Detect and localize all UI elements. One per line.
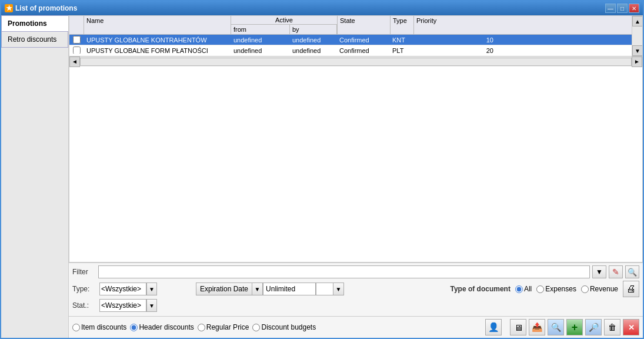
scroll-down-button[interactable]: ▼ — [632, 45, 642, 56]
stat-select-wrapper: <Wszystkie> ▼ — [99, 299, 157, 312]
expenses-radio-label[interactable]: Expenses — [536, 285, 576, 293]
doc-type-label: Type of document — [450, 285, 510, 293]
row1-priority: 10 — [413, 35, 496, 45]
document-type-area: Type of document All Expenses Revenue — [450, 281, 639, 297]
table-row[interactable]: UPUSTY GLOBALNE KONTRAHENTÓW undefined u… — [69, 35, 632, 45]
hscroll-track[interactable] — [80, 58, 632, 66]
filter-input[interactable] — [98, 265, 590, 278]
row1-name: UPUSTY GLOBALNE KONTRAHENTÓW — [84, 35, 231, 45]
type-select-wrapper: <Wszystkie> ▼ — [99, 282, 157, 295]
row1-checkbox[interactable] — [69, 35, 84, 45]
titlebar-left: ★ List of promotions — [5, 4, 77, 12]
th-from: from — [231, 25, 290, 34]
small-dropdown-arrow[interactable]: ▼ — [333, 282, 344, 295]
filter-row: Filter ▼ ✎ 🔍 — [72, 265, 639, 278]
item-discounts-radio[interactable] — [72, 324, 80, 331]
row1-state: Confirmed — [337, 35, 390, 45]
filter-area: Filter ▼ ✎ 🔍 Type: <Wszystkie> ▼ — [69, 262, 643, 316]
filter-edit-button[interactable]: ✎ — [609, 265, 623, 278]
delete-button[interactable]: 🗑 — [604, 319, 620, 335]
row2-state: Confirmed — [337, 46, 390, 54]
main-window: ★ List of promotions — □ ✕ Promotions Re… — [0, 0, 644, 339]
stat-select-arrow[interactable]: ▼ — [146, 299, 157, 312]
type-select[interactable]: <Wszystkie> — [99, 282, 146, 295]
expiration-date-dropdown[interactable]: ▼ — [252, 282, 263, 295]
discount-budgets-radio[interactable] — [252, 324, 260, 331]
main-panel: Name Active from by State Type Priority — [69, 15, 643, 338]
toolbar-buttons: 👤 🖥 📤 🔍 + 🔎 🗑 ✕ — [485, 319, 639, 335]
th-active-group: Active from by — [231, 16, 338, 34]
all-radio[interactable] — [515, 285, 523, 293]
add-button[interactable]: + — [566, 319, 583, 335]
expenses-radio[interactable] — [536, 285, 544, 293]
type-select-arrow[interactable]: ▼ — [146, 282, 157, 295]
regular-price-label[interactable]: Regular Price — [198, 323, 249, 331]
th-priority: Priority — [414, 16, 496, 34]
sidebar-tab-promotions[interactable]: Promotions — [1, 15, 68, 31]
controls-row1: Type: <Wszystkie> ▼ Expiration Date ▼ — [72, 281, 639, 297]
scroll-right-button[interactable]: ► — [632, 56, 642, 67]
table-row[interactable]: UPUSTY GLOBALNE FORM PŁATNOŚCI undefined… — [69, 45, 632, 54]
small-dropdown[interactable] — [316, 282, 333, 295]
table-wrapper: Name Active from by State Type Priority — [69, 16, 642, 56]
item-discounts-label[interactable]: Item discounts — [72, 323, 126, 331]
table-header: Name Active from by State Type Priority — [69, 16, 632, 35]
regular-price-radio[interactable] — [198, 324, 205, 331]
cancel-button[interactable]: ✕ — [623, 319, 639, 335]
maximize-button[interactable]: □ — [617, 4, 628, 13]
th-state: State — [338, 16, 391, 34]
row1-from: undefined — [231, 35, 290, 45]
th-by: by — [290, 25, 337, 34]
titlebar-buttons: — □ ✕ — [605, 4, 639, 13]
horizontal-scrollbar[interactable]: ◄ ► — [69, 56, 642, 67]
stat-label: Stat.: — [72, 301, 96, 310]
content-area: Promotions Retro discounts Name Active — [1, 15, 643, 338]
sidebar: Promotions Retro discounts — [1, 15, 69, 338]
table-scroll[interactable]: UPUSTY GLOBALNE KONTRAHENTÓW undefined u… — [69, 35, 632, 54]
filter-search-button[interactable]: 🔍 — [625, 265, 639, 278]
titlebar: ★ List of promotions — □ ✕ — [1, 1, 643, 15]
search-button[interactable]: 🔍 — [548, 319, 564, 335]
close-button[interactable]: ✕ — [629, 4, 639, 13]
minimize-button[interactable]: — — [605, 4, 616, 13]
type-label: Type: — [72, 285, 96, 293]
stat-select[interactable]: <Wszystkie> — [99, 299, 146, 312]
filter-dropdown-button[interactable]: ▼ — [592, 265, 606, 278]
revenue-radio[interactable] — [581, 285, 589, 293]
revenue-radio-label[interactable]: Revenue — [581, 285, 618, 293]
header-discounts-label[interactable]: Header discounts — [130, 323, 193, 331]
discount-budgets-label[interactable]: Discount budgets — [252, 323, 316, 331]
sidebar-tab-retro[interactable]: Retro discounts — [1, 31, 68, 48]
vertical-scrollbar[interactable]: ▲ ▼ — [632, 16, 642, 56]
row2-type: PLT — [390, 46, 413, 54]
expiration-date-button[interactable]: Expiration Date — [196, 282, 252, 295]
expiration-group: Expiration Date ▼ ▼ — [196, 282, 344, 295]
person-button[interactable]: 👤 — [485, 319, 502, 335]
filter-label: Filter — [72, 268, 96, 276]
scroll-track[interactable] — [632, 26, 642, 45]
row2-checkbox[interactable] — [69, 45, 84, 54]
row2-priority: 20 — [413, 46, 496, 54]
th-name: Name — [84, 16, 231, 34]
all-radio-label[interactable]: All — [515, 285, 532, 293]
th-type: Type — [391, 16, 414, 34]
header-discounts-radio[interactable] — [130, 324, 138, 331]
row1-type: KNT — [390, 35, 413, 45]
th-checkbox — [69, 16, 84, 34]
table-area: Name Active from by State Type Priority — [69, 15, 643, 262]
print-button[interactable]: 🖨 — [623, 281, 639, 297]
window-title: List of promotions — [15, 4, 77, 12]
unlimited-input[interactable] — [263, 282, 316, 295]
scroll-left-button[interactable]: ◄ — [69, 56, 80, 67]
upload-button[interactable]: 📤 — [529, 319, 545, 335]
row2-by: undefined — [290, 46, 337, 54]
row1-by: undefined — [290, 35, 337, 45]
scroll-up-button[interactable]: ▲ — [632, 16, 642, 26]
th-active-label: Active — [231, 16, 337, 25]
table-main: Name Active from by State Type Priority — [69, 16, 632, 56]
zoom-button[interactable]: 🔎 — [585, 319, 602, 335]
controls-row2: Stat.: <Wszystkie> ▼ — [72, 299, 639, 312]
row2-name: UPUSTY GLOBALNE FORM PŁATNOŚCI — [84, 46, 231, 54]
bottom-toolbar: Item discounts Header discounts Regular … — [69, 316, 643, 338]
monitor-button[interactable]: 🖥 — [510, 319, 526, 335]
